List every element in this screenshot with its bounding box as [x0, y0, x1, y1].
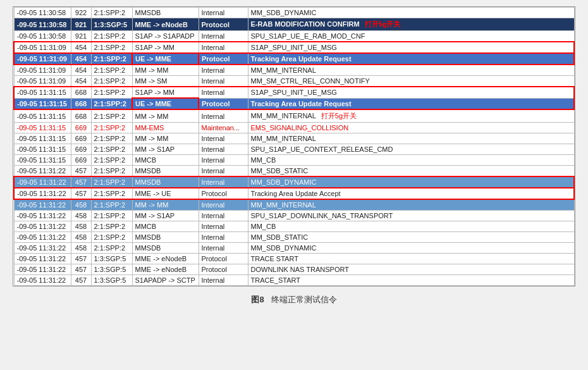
direction-cell: MM -> S1AP [132, 211, 199, 221]
id-cell: 457 [71, 166, 91, 177]
table-row[interactable]: -09-05 11:31:156682:1:SPP:2UE -> MMEProt… [14, 98, 574, 109]
direction-cell: MMCB [132, 155, 199, 166]
direction-cell: MME -> UE [132, 188, 199, 199]
table-row[interactable]: -09-05 11:31:094542:1:SPP:2S1AP -> MMInt… [14, 42, 574, 53]
table-row[interactable]: -09-05 11:31:224582:1:SPP:2MM -> S1APInt… [14, 211, 574, 221]
time-cell: -09-05 11:31:09 [14, 53, 71, 65]
node-cell: 2:1:SPP:2 [91, 123, 132, 133]
node-cell: 1:3:SGP:5 [91, 254, 132, 264]
node-cell: 2:1:SPP:2 [91, 98, 132, 109]
message-cell: Tracking Area Update Request [248, 53, 574, 65]
id-cell: 458 [71, 211, 91, 221]
node-cell: 2:1:SPP:2 [91, 211, 132, 221]
id-cell: 669 [71, 123, 91, 133]
id-cell: 921 [71, 18, 91, 31]
direction-cell: MME -> eNodeB [132, 254, 199, 264]
time-cell: -09-05 11:31:15 [14, 144, 71, 155]
type-cell: Protocol [199, 264, 248, 275]
table-row[interactable]: -09-05 11:30:589212:1:SPP:2S1AP -> S1APA… [14, 31, 574, 42]
message-cell: MM_SDB_DYNAMIC [248, 243, 574, 254]
type-cell: Internal [199, 31, 248, 42]
type-cell: Internal [199, 76, 248, 87]
message-cell: E-RAB MODIFICATION CONFIRM打开5g开关 [248, 18, 574, 31]
time-cell: -09-05 11:31:15 [14, 155, 71, 166]
table-row[interactable]: -09-05 11:31:224571:3:SGP:5S1APADP -> SC… [14, 275, 574, 286]
table-row[interactable]: -09-05 11:31:224572:1:SPP:2MMSDBInternal… [14, 176, 574, 188]
id-cell: 668 [71, 87, 91, 98]
table-row[interactable]: -09-05 11:31:224571:3:SGP:5MME -> eNodeB… [14, 264, 574, 275]
time-cell: -09-05 11:31:22 [14, 199, 71, 211]
message-cell: S1AP_SPU_INIT_UE_MSG [248, 42, 574, 53]
table-row[interactable]: -09-05 11:31:224572:1:SPP:2MME -> UEProt… [14, 188, 574, 199]
node-cell: 1:3:SGP:5 [91, 18, 132, 31]
node-cell: 2:1:SPP:2 [91, 176, 132, 188]
table-row[interactable]: -09-05 11:31:224572:1:SPP:2MMSDBInternal… [14, 166, 574, 177]
table-row[interactable]: -09-05 11:31:094542:1:SPP:2MM -> MMInter… [14, 65, 574, 76]
message-cell: Tracking Area Update Accept [248, 188, 574, 199]
table-row[interactable]: -09-05 11:31:224582:1:SPP:2MMSDBInternal… [14, 232, 574, 243]
id-cell: 458 [71, 221, 91, 232]
type-cell: Internal [199, 87, 248, 98]
table-row[interactable]: -09-05 11:31:224571:3:SGP:5MME -> eNodeB… [14, 254, 574, 264]
direction-cell: MMSDB [132, 243, 199, 254]
time-cell: -09-05 11:31:22 [14, 275, 71, 286]
direction-cell: MM-EMS [132, 123, 199, 133]
node-cell: 2:1:SPP:2 [91, 65, 132, 76]
table-row[interactable]: -09-05 11:30:589211:3:SGP:5MME -> eNodeB… [14, 18, 574, 31]
table-row[interactable]: -09-05 11:31:156692:1:SPP:2MM-EMSMainten… [14, 123, 574, 133]
direction-cell: S1APADP -> SCTP [132, 275, 199, 286]
message-cell: MM_MM_INTERNAL [248, 199, 574, 211]
time-cell: -09-05 11:31:22 [14, 243, 71, 254]
id-cell: 668 [71, 109, 91, 123]
type-cell: Protocol [199, 254, 248, 264]
direction-cell: MM -> MM [132, 199, 199, 211]
id-cell: 669 [71, 155, 91, 166]
table-row[interactable]: -09-05 11:31:224582:1:SPP:2MMSDBInternal… [14, 243, 574, 254]
table-row[interactable]: -09-05 11:31:156692:1:SPP:2MM -> S1APInt… [14, 144, 574, 155]
message-cell: MM_MM_INTERNAL [248, 133, 574, 144]
message-cell: S1AP_SPU_INIT_UE_MSG [248, 87, 574, 98]
type-cell: Internal [199, 42, 248, 53]
table-row[interactable]: -09-05 11:31:224582:1:SPP:2MM -> MMInter… [14, 199, 574, 211]
node-cell: 2:1:SPP:2 [91, 221, 132, 232]
type-cell: Internal [199, 211, 248, 221]
id-cell: 454 [71, 65, 91, 76]
time-cell: -09-05 11:31:22 [14, 211, 71, 221]
figure-label: 终端正常测试信令 [271, 295, 337, 304]
message-cell: MM_CB [248, 155, 574, 166]
table-row[interactable]: -09-05 11:31:094542:1:SPP:2UE -> MMEProt… [14, 53, 574, 65]
node-cell: 2:1:SPP:2 [91, 42, 132, 53]
table-row[interactable]: -09-05 11:31:156692:1:SPP:2MM -> MMInter… [14, 133, 574, 144]
type-cell: Internal [199, 275, 248, 286]
time-cell: -09-05 11:31:09 [14, 76, 71, 87]
time-cell: -09-05 11:31:22 [14, 221, 71, 232]
id-cell: 458 [71, 232, 91, 243]
signal-table-container: -09-05 11:30:589222:1:SPP:2MMSDBInternal… [13, 6, 575, 287]
node-cell: 2:1:SPP:2 [91, 31, 132, 42]
type-cell: Internal [199, 166, 248, 177]
direction-cell: S1AP -> S1APADP [132, 31, 199, 42]
direction-cell: MMCB [132, 221, 199, 232]
node-cell: 2:1:SPP:2 [91, 109, 132, 123]
table-row[interactable]: -09-05 11:31:156692:1:SPP:2MMCBInternalM… [14, 155, 574, 166]
table-row[interactable]: -09-05 11:31:224582:1:SPP:2MMCBInternalM… [14, 221, 574, 232]
signal-table: -09-05 11:30:589222:1:SPP:2MMSDBInternal… [13, 7, 575, 286]
id-cell: 922 [71, 8, 91, 18]
table-row[interactable]: -09-05 11:31:156682:1:SPP:2MM -> MMInter… [14, 109, 574, 123]
table-row[interactable]: -09-05 11:30:589222:1:SPP:2MMSDBInternal… [14, 8, 574, 18]
direction-cell: UE -> MME [132, 53, 199, 65]
direction-cell: MM -> MM [132, 65, 199, 76]
table-row[interactable]: -09-05 11:31:094542:1:SPP:2MM -> SMInter… [14, 76, 574, 87]
direction-cell: MMSDB [132, 166, 199, 177]
node-cell: 1:3:SGP:5 [91, 275, 132, 286]
node-cell: 2:1:SPP:2 [91, 232, 132, 243]
time-cell: -09-05 11:30:58 [14, 18, 71, 31]
table-row[interactable]: -09-05 11:31:156682:1:SPP:2S1AP -> MMInt… [14, 87, 574, 98]
id-cell: 457 [71, 254, 91, 264]
node-cell: 2:1:SPP:2 [91, 243, 132, 254]
direction-cell: S1AP -> MM [132, 87, 199, 98]
message-cell: Tracking Area Update Request [248, 98, 574, 109]
id-cell: 457 [71, 188, 91, 199]
figure-caption: 图8 终端正常测试信令 [251, 294, 336, 305]
id-cell: 454 [71, 42, 91, 53]
